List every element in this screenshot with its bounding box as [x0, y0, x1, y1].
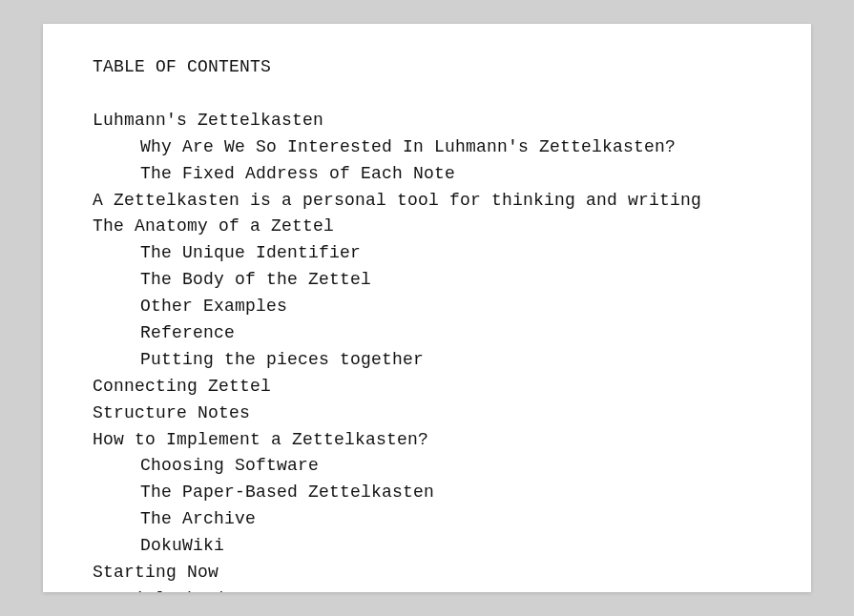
toc-link[interactable]: Choosing Software — [140, 456, 319, 475]
toc-link[interactable]: DokuWiki — [140, 536, 224, 555]
toc-item: Structure Notes — [93, 400, 761, 427]
toc-item: The Anatomy of a Zettel — [93, 214, 761, 240]
toc-link[interactable]: Connecting Zettel — [93, 377, 271, 396]
toc-link[interactable]: The Unique Identifier — [140, 243, 361, 262]
toc-item: Connecting Zettel — [93, 374, 761, 400]
toc-item: The Paper-Based Zettelkasten — [93, 480, 761, 506]
toc-link[interactable]: Putting the pieces together — [140, 350, 424, 369]
toc-item: The Unique Identifier — [93, 240, 761, 267]
toc-link[interactable]: Other Examples — [140, 297, 287, 316]
toc-link[interactable]: The Fixed Address of Each Note — [140, 164, 455, 183]
toc-item: Special Thanks — [93, 586, 761, 592]
toc-list: Luhmann's ZettelkastenWhy Are We So Inte… — [93, 108, 761, 592]
toc-link[interactable]: The Paper-Based Zettelkasten — [140, 483, 434, 502]
toc-link[interactable]: The Anatomy of a Zettel — [93, 216, 334, 236]
toc-link[interactable]: The Archive — [140, 509, 256, 528]
toc-link[interactable]: Starting Now — [93, 563, 219, 582]
toc-link[interactable]: The Body of the Zettel — [140, 270, 371, 289]
toc-item: Reference — [93, 320, 761, 347]
toc-title: TABLE OF CONTENTS — [93, 54, 761, 81]
toc-item: Choosing Software — [93, 453, 761, 480]
toc-item: Luhmann's Zettelkasten — [93, 108, 761, 134]
toc-item: The Body of the Zettel — [93, 267, 761, 294]
toc-link[interactable]: How to Implement a Zettelkasten? — [93, 430, 428, 449]
toc-item: DokuWiki — [93, 533, 761, 560]
toc-link[interactable]: Why Are We So Interested In Luhmann's Ze… — [140, 137, 676, 156]
toc-item: How to Implement a Zettelkasten? — [93, 427, 761, 454]
toc-item: A Zettelkasten is a personal tool for th… — [93, 188, 761, 215]
toc-link[interactable]: Luhmann's Zettelkasten — [93, 111, 323, 130]
document-page: TABLE OF CONTENTS Luhmann's Zettelkasten… — [43, 24, 811, 592]
toc-link[interactable]: A Zettelkasten is a personal tool for th… — [93, 191, 701, 210]
toc-link[interactable]: Structure Notes — [93, 403, 250, 422]
toc-link[interactable]: Special Thanks — [93, 589, 240, 592]
toc-item: The Archive — [93, 506, 761, 533]
toc-item: The Fixed Address of Each Note — [93, 161, 761, 188]
toc-item: Why Are We So Interested In Luhmann's Ze… — [93, 134, 761, 161]
toc-item: Starting Now — [93, 560, 761, 586]
toc-item: Other Examples — [93, 294, 761, 320]
toc-link[interactable]: Reference — [140, 323, 235, 342]
toc-item: Putting the pieces together — [93, 347, 761, 374]
